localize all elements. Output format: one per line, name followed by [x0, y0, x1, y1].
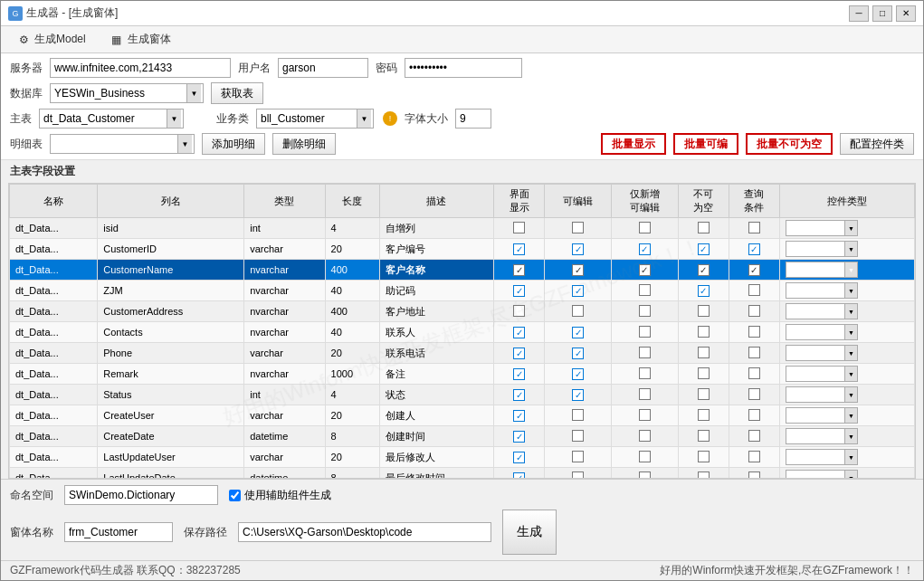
fields-table-container[interactable]: 好用的Winform快速开发框架,尽在GZFramework！！ 名称 列名 类… — [8, 183, 916, 479]
cell-query[interactable] — [729, 405, 779, 426]
cell-display[interactable] — [494, 281, 545, 301]
control-combo[interactable]: ▼ — [786, 386, 858, 403]
cell-editable[interactable] — [545, 301, 612, 322]
table-row[interactable]: dt_Data... LastUpdateDate datetime 8 最后修… — [10, 468, 915, 480]
batch-notnull-button[interactable]: 批量不可为空 — [746, 133, 833, 155]
cell-query[interactable] — [729, 218, 779, 239]
table-row[interactable]: dt_Data... CreateDate datetime 8 创建时间 ▼ — [10, 426, 915, 447]
cell-control[interactable]: ▼ — [779, 239, 914, 260]
cell-newonly[interactable] — [612, 301, 679, 322]
table-row[interactable]: dt_Data... Status int 4 状态 ▼ — [10, 385, 915, 405]
business-combo[interactable]: bll_Customer ▼ — [256, 109, 374, 129]
table-row[interactable]: dt_Data... ZJM nvarchar 40 助记码 ▼ — [10, 281, 915, 301]
cell-notnull[interactable] — [678, 301, 729, 322]
cell-display[interactable] — [494, 405, 545, 426]
cell-notnull[interactable] — [678, 281, 729, 301]
cell-display[interactable] — [494, 301, 545, 322]
batch-display-button[interactable]: 批量显示 — [601, 133, 666, 155]
cell-control[interactable]: ▼ — [779, 447, 914, 468]
batch-editable-button[interactable]: 批量可编 — [673, 133, 738, 155]
namespace-input[interactable] — [64, 485, 218, 505]
cell-query[interactable] — [729, 385, 779, 405]
cell-query[interactable] — [729, 364, 779, 385]
close-button[interactable]: ✕ — [896, 5, 916, 22]
save-path-input[interactable] — [238, 522, 491, 542]
cell-editable[interactable] — [545, 447, 612, 468]
cell-control[interactable]: ▼ — [779, 218, 914, 239]
cell-display[interactable] — [494, 385, 545, 405]
cell-notnull[interactable] — [678, 322, 729, 343]
cell-control[interactable]: ▼ — [779, 405, 914, 426]
cell-notnull[interactable] — [678, 260, 729, 281]
control-combo[interactable]: ▼ — [786, 324, 858, 340]
use-helper-label[interactable]: 使用辅助组件生成 — [229, 488, 331, 503]
get-tables-button[interactable]: 获取表 — [211, 82, 263, 104]
control-combo[interactable]: ▼ — [786, 345, 858, 361]
password-input[interactable] — [405, 58, 522, 78]
cell-newonly[interactable] — [612, 322, 679, 343]
cell-newonly[interactable] — [612, 468, 679, 480]
cell-editable[interactable] — [545, 343, 612, 364]
cell-newonly[interactable] — [612, 364, 679, 385]
cell-display[interactable] — [494, 426, 545, 447]
generate-button[interactable]: 生成 — [502, 510, 557, 555]
table-row[interactable]: dt_Data... Remark nvarchar 1000 备注 ▼ — [10, 364, 915, 385]
cell-query[interactable] — [729, 301, 779, 322]
username-input[interactable] — [278, 58, 368, 78]
use-helper-checkbox[interactable] — [229, 490, 241, 501]
cell-query[interactable] — [729, 281, 779, 301]
add-detail-button[interactable]: 添加明细 — [202, 133, 265, 155]
cell-notnull[interactable] — [678, 343, 729, 364]
cell-editable[interactable] — [545, 260, 612, 281]
cell-editable[interactable] — [545, 426, 612, 447]
cell-notnull[interactable] — [678, 426, 729, 447]
main-table-combo[interactable]: dt_Data_Customer ▼ — [39, 109, 184, 129]
cell-editable[interactable] — [545, 385, 612, 405]
cell-newonly[interactable] — [612, 447, 679, 468]
cell-newonly[interactable] — [612, 385, 679, 405]
cell-editable[interactable] — [545, 364, 612, 385]
cell-newonly[interactable] — [612, 343, 679, 364]
cell-control[interactable]: ▼ — [779, 322, 914, 343]
cell-newonly[interactable] — [612, 405, 679, 426]
form-name-input[interactable] — [64, 522, 173, 542]
detail-table-combo[interactable]: ▼ — [50, 134, 195, 154]
cell-control[interactable]: ▼ — [779, 301, 914, 322]
cell-display[interactable] — [494, 260, 545, 281]
control-combo[interactable]: ▼ — [786, 366, 858, 382]
control-combo[interactable]: ▼ — [786, 470, 858, 479]
font-size-input[interactable] — [455, 109, 491, 129]
cell-display[interactable] — [494, 364, 545, 385]
control-combo[interactable]: ▼ — [786, 407, 858, 424]
cell-query[interactable] — [729, 322, 779, 343]
config-control-button[interactable]: 配置控件类 — [840, 133, 914, 155]
cell-display[interactable] — [494, 322, 545, 343]
cell-notnull[interactable] — [678, 447, 729, 468]
remove-detail-button[interactable]: 删除明细 — [272, 133, 336, 155]
cell-editable[interactable] — [545, 218, 612, 239]
cell-newonly[interactable] — [612, 426, 679, 447]
table-row[interactable]: dt_Data... isid int 4 自增列 ▼ — [10, 218, 915, 239]
cell-query[interactable] — [729, 260, 779, 281]
table-row[interactable]: dt_Data... CustomerAddress nvarchar 400 … — [10, 301, 915, 322]
table-row[interactable]: dt_Data... Contacts nvarchar 40 联系人 ▼ — [10, 322, 915, 343]
cell-notnull[interactable] — [678, 218, 729, 239]
server-input[interactable] — [50, 58, 231, 78]
cell-control[interactable]: ▼ — [779, 385, 914, 405]
cell-display[interactable] — [494, 218, 545, 239]
database-combo[interactable]: YESWin_Business ▼ — [50, 83, 204, 103]
control-combo[interactable]: ▼ — [786, 303, 858, 319]
cell-notnull[interactable] — [678, 364, 729, 385]
cell-editable[interactable] — [545, 468, 612, 480]
cell-display[interactable] — [494, 343, 545, 364]
cell-editable[interactable] — [545, 239, 612, 260]
cell-control[interactable]: ▼ — [779, 426, 914, 447]
cell-control[interactable]: ▼ — [779, 260, 914, 281]
cell-control[interactable]: ▼ — [779, 468, 914, 480]
table-row[interactable]: dt_Data... CustomerID varchar 20 客户编号 ▼ — [10, 239, 915, 260]
minimize-button[interactable]: ─ — [849, 5, 869, 22]
cell-newonly[interactable] — [612, 239, 679, 260]
cell-newonly[interactable] — [612, 218, 679, 239]
cell-query[interactable] — [729, 239, 779, 260]
table-row[interactable]: dt_Data... CreateUser varchar 20 创建人 ▼ — [10, 405, 915, 426]
